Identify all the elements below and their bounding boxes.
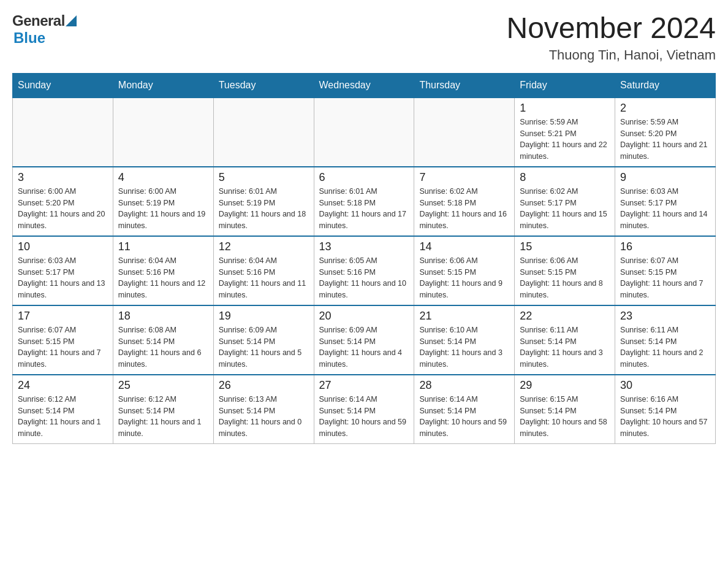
calendar-cell: 17Sunrise: 6:07 AMSunset: 5:15 PMDayligh… bbox=[13, 305, 113, 375]
day-number: 6 bbox=[319, 171, 409, 184]
day-number: 3 bbox=[18, 171, 108, 184]
logo-triangle-icon bbox=[66, 13, 77, 29]
day-number: 4 bbox=[118, 171, 208, 184]
logo-blue-text: Blue bbox=[12, 29, 45, 47]
calendar-cell: 5Sunrise: 6:01 AMSunset: 5:19 PMDaylight… bbox=[213, 167, 314, 236]
calendar-cell: 29Sunrise: 6:15 AMSunset: 5:14 PMDayligh… bbox=[515, 375, 615, 444]
weekday-header-saturday: Saturday bbox=[615, 73, 716, 98]
calendar-cell bbox=[113, 98, 213, 167]
calendar-cell: 20Sunrise: 6:09 AMSunset: 5:14 PMDayligh… bbox=[314, 305, 414, 375]
day-number: 13 bbox=[319, 240, 409, 253]
calendar-cell bbox=[414, 98, 515, 167]
day-number: 21 bbox=[419, 310, 509, 323]
day-number: 11 bbox=[118, 240, 208, 253]
calendar-cell: 16Sunrise: 6:07 AMSunset: 5:15 PMDayligh… bbox=[615, 236, 716, 305]
calendar-cell bbox=[13, 98, 113, 167]
day-number: 15 bbox=[520, 240, 610, 253]
calendar-cell: 28Sunrise: 6:14 AMSunset: 5:14 PMDayligh… bbox=[414, 375, 515, 444]
day-info: Sunrise: 6:03 AMSunset: 5:17 PMDaylight:… bbox=[18, 255, 108, 301]
calendar-cell bbox=[314, 98, 414, 167]
day-info: Sunrise: 5:59 AMSunset: 5:20 PMDaylight:… bbox=[620, 117, 710, 163]
day-info: Sunrise: 6:11 AMSunset: 5:14 PMDaylight:… bbox=[520, 324, 610, 370]
day-number: 1 bbox=[520, 102, 610, 115]
day-info: Sunrise: 6:07 AMSunset: 5:15 PMDaylight:… bbox=[620, 255, 710, 301]
day-info: Sunrise: 6:05 AMSunset: 5:16 PMDaylight:… bbox=[319, 255, 409, 301]
weekday-header-friday: Friday bbox=[515, 73, 615, 98]
calendar-cell: 11Sunrise: 6:04 AMSunset: 5:16 PMDayligh… bbox=[113, 236, 213, 305]
day-info: Sunrise: 6:11 AMSunset: 5:14 PMDaylight:… bbox=[620, 324, 710, 370]
day-info: Sunrise: 6:03 AMSunset: 5:17 PMDaylight:… bbox=[620, 186, 710, 232]
day-number: 8 bbox=[520, 171, 610, 184]
day-number: 29 bbox=[520, 379, 610, 392]
day-info: Sunrise: 6:15 AMSunset: 5:14 PMDaylight:… bbox=[520, 394, 610, 440]
week-row-5: 24Sunrise: 6:12 AMSunset: 5:14 PMDayligh… bbox=[13, 375, 716, 444]
day-info: Sunrise: 6:16 AMSunset: 5:14 PMDaylight:… bbox=[620, 394, 710, 440]
day-info: Sunrise: 6:01 AMSunset: 5:18 PMDaylight:… bbox=[319, 186, 409, 232]
day-number: 18 bbox=[118, 310, 208, 323]
day-number: 14 bbox=[419, 240, 509, 253]
weekday-header-monday: Monday bbox=[113, 73, 213, 98]
calendar-cell: 13Sunrise: 6:05 AMSunset: 5:16 PMDayligh… bbox=[314, 236, 414, 305]
week-row-2: 3Sunrise: 6:00 AMSunset: 5:20 PMDaylight… bbox=[13, 167, 716, 236]
day-info: Sunrise: 6:04 AMSunset: 5:16 PMDaylight:… bbox=[118, 255, 208, 301]
day-info: Sunrise: 6:14 AMSunset: 5:14 PMDaylight:… bbox=[419, 394, 509, 440]
day-number: 16 bbox=[620, 240, 710, 253]
calendar-cell: 27Sunrise: 6:14 AMSunset: 5:14 PMDayligh… bbox=[314, 375, 414, 444]
calendar-cell: 12Sunrise: 6:04 AMSunset: 5:16 PMDayligh… bbox=[213, 236, 314, 305]
day-info: Sunrise: 6:06 AMSunset: 5:15 PMDaylight:… bbox=[520, 255, 610, 301]
day-info: Sunrise: 6:04 AMSunset: 5:16 PMDaylight:… bbox=[219, 255, 309, 301]
calendar-cell: 23Sunrise: 6:11 AMSunset: 5:14 PMDayligh… bbox=[615, 305, 716, 375]
weekday-header-thursday: Thursday bbox=[414, 73, 515, 98]
day-info: Sunrise: 6:01 AMSunset: 5:19 PMDaylight:… bbox=[219, 186, 309, 232]
day-info: Sunrise: 5:59 AMSunset: 5:21 PMDaylight:… bbox=[520, 117, 610, 163]
day-number: 30 bbox=[620, 379, 710, 392]
page-header: General Blue November 2024 Thuong Tin, H… bbox=[12, 12, 716, 63]
calendar-cell: 25Sunrise: 6:12 AMSunset: 5:14 PMDayligh… bbox=[113, 375, 213, 444]
day-info: Sunrise: 6:06 AMSunset: 5:15 PMDaylight:… bbox=[419, 255, 509, 301]
day-info: Sunrise: 6:07 AMSunset: 5:15 PMDaylight:… bbox=[18, 324, 108, 370]
day-number: 7 bbox=[419, 171, 509, 184]
month-title: November 2024 bbox=[506, 12, 716, 45]
day-number: 22 bbox=[520, 310, 610, 323]
title-area: November 2024 Thuong Tin, Hanoi, Vietnam bbox=[506, 12, 716, 63]
logo-top: General bbox=[12, 12, 78, 29]
day-info: Sunrise: 6:13 AMSunset: 5:14 PMDaylight:… bbox=[219, 394, 309, 440]
day-number: 12 bbox=[219, 240, 309, 253]
day-number: 23 bbox=[620, 310, 710, 323]
day-info: Sunrise: 6:10 AMSunset: 5:14 PMDaylight:… bbox=[419, 324, 509, 370]
week-row-3: 10Sunrise: 6:03 AMSunset: 5:17 PMDayligh… bbox=[13, 236, 716, 305]
logo-general-text: General bbox=[12, 12, 65, 29]
calendar-cell: 2Sunrise: 5:59 AMSunset: 5:20 PMDaylight… bbox=[615, 98, 716, 167]
week-row-4: 17Sunrise: 6:07 AMSunset: 5:15 PMDayligh… bbox=[13, 305, 716, 375]
day-number: 28 bbox=[419, 379, 509, 392]
day-info: Sunrise: 6:02 AMSunset: 5:18 PMDaylight:… bbox=[419, 186, 509, 232]
calendar-cell: 15Sunrise: 6:06 AMSunset: 5:15 PMDayligh… bbox=[515, 236, 615, 305]
day-number: 2 bbox=[620, 102, 710, 115]
calendar-cell: 10Sunrise: 6:03 AMSunset: 5:17 PMDayligh… bbox=[13, 236, 113, 305]
day-number: 25 bbox=[118, 379, 208, 392]
logo: General Blue bbox=[12, 12, 78, 47]
weekday-header-sunday: Sunday bbox=[13, 73, 113, 98]
calendar-cell: 6Sunrise: 6:01 AMSunset: 5:18 PMDaylight… bbox=[314, 167, 414, 236]
calendar-cell: 21Sunrise: 6:10 AMSunset: 5:14 PMDayligh… bbox=[414, 305, 515, 375]
calendar-cell: 3Sunrise: 6:00 AMSunset: 5:20 PMDaylight… bbox=[13, 167, 113, 236]
day-number: 9 bbox=[620, 171, 710, 184]
day-number: 19 bbox=[219, 310, 309, 323]
calendar-cell: 14Sunrise: 6:06 AMSunset: 5:15 PMDayligh… bbox=[414, 236, 515, 305]
day-info: Sunrise: 6:09 AMSunset: 5:14 PMDaylight:… bbox=[219, 324, 309, 370]
week-row-1: 1Sunrise: 5:59 AMSunset: 5:21 PMDaylight… bbox=[13, 98, 716, 167]
calendar-cell: 26Sunrise: 6:13 AMSunset: 5:14 PMDayligh… bbox=[213, 375, 314, 444]
calendar-cell: 8Sunrise: 6:02 AMSunset: 5:17 PMDaylight… bbox=[515, 167, 615, 236]
day-info: Sunrise: 6:00 AMSunset: 5:19 PMDaylight:… bbox=[118, 186, 208, 232]
calendar-cell: 4Sunrise: 6:00 AMSunset: 5:19 PMDaylight… bbox=[113, 167, 213, 236]
calendar-cell bbox=[213, 98, 314, 167]
day-number: 26 bbox=[219, 379, 309, 392]
calendar-cell: 19Sunrise: 6:09 AMSunset: 5:14 PMDayligh… bbox=[213, 305, 314, 375]
calendar-cell: 7Sunrise: 6:02 AMSunset: 5:18 PMDaylight… bbox=[414, 167, 515, 236]
calendar-cell: 30Sunrise: 6:16 AMSunset: 5:14 PMDayligh… bbox=[615, 375, 716, 444]
day-info: Sunrise: 6:12 AMSunset: 5:14 PMDaylight:… bbox=[118, 394, 208, 440]
calendar-cell: 22Sunrise: 6:11 AMSunset: 5:14 PMDayligh… bbox=[515, 305, 615, 375]
day-info: Sunrise: 6:08 AMSunset: 5:14 PMDaylight:… bbox=[118, 324, 208, 370]
location-text: Thuong Tin, Hanoi, Vietnam bbox=[506, 47, 716, 63]
day-number: 24 bbox=[18, 379, 108, 392]
